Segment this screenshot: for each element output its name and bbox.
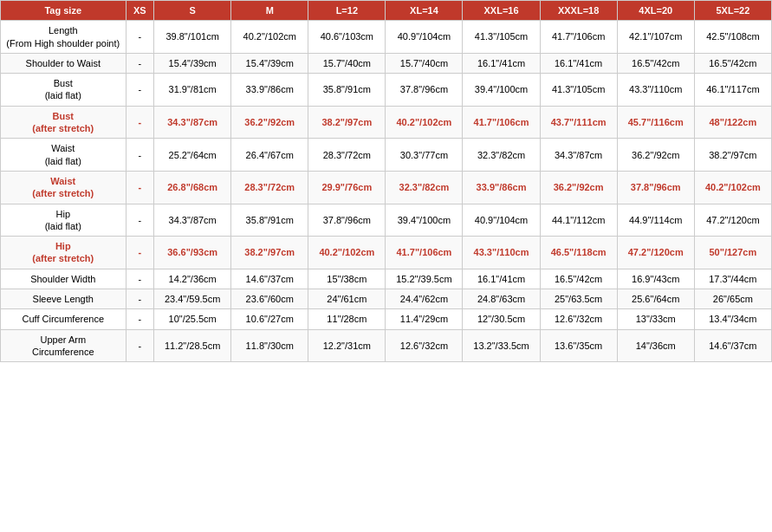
cell-7: 36.2"/92cm [617, 139, 694, 172]
table-row: Upper ArmCircumference-11.2"/28.5cm11.8"… [1, 329, 772, 362]
cell-3: 15.7"/40cm [308, 53, 386, 73]
cell-5: 13.2"/33.5cm [463, 329, 540, 362]
cell-7: 40.2"/102cm [694, 171, 771, 204]
cell-3: 28.3"/72cm [308, 139, 386, 172]
cell-2: 23.6"/60cm [231, 289, 308, 309]
cell-2: 26.4"/67cm [231, 139, 308, 172]
cell-2: 15.4"/39cm [231, 53, 308, 73]
cell-5: 40.9"/104cm [463, 204, 540, 237]
cell-7: 25.6"/64cm [617, 289, 694, 309]
cell-4: 37.8"/96cm [386, 74, 463, 107]
cell-2: 40.2"/102cm [308, 237, 386, 269]
row-label: Hip(after stretch) [1, 237, 127, 269]
cell-0: 36.6"/93cm [154, 237, 231, 269]
cell-3: 11"/28cm [308, 309, 386, 329]
cell-5: 16.1"/41cm [463, 53, 540, 73]
cell-xs: - [126, 237, 154, 269]
cell-6: 37.8"/96cm [617, 171, 694, 204]
cell-7: 42.1"/107cm [617, 21, 694, 54]
cell-7: 50"/127cm [694, 237, 771, 269]
cell-6: 34.3"/87cm [540, 139, 617, 172]
column-header-5: XL=14 [386, 1, 463, 21]
cell-3: 35.8"/91cm [308, 74, 386, 107]
cell-1: 38.2"/97cm [231, 237, 308, 269]
cell-3: 32.3"/82cm [386, 171, 463, 204]
cell-1: 34.3"/87cm [154, 204, 231, 237]
cell-6: 41.7"/106cm [540, 21, 617, 54]
cell-3: 40.6"/103cm [308, 21, 386, 54]
cell-5: 16.1"/41cm [463, 269, 540, 289]
cell-7: 43.3"/110cm [617, 74, 694, 107]
cell-2: 40.2"/102cm [231, 21, 308, 54]
table-row: Sleeve Length-23.4"/59.5cm23.6"/60cm24"/… [1, 289, 772, 309]
cell-5: 32.3"/82cm [463, 139, 540, 172]
cell-xs: - [126, 171, 154, 204]
cell-8: 26"/65cm [694, 289, 771, 309]
column-header-0: Tag size [1, 1, 127, 21]
cell-6: 41.3"/105cm [540, 74, 617, 107]
column-header-1: XS [126, 1, 154, 21]
row-label: Upper ArmCircumference [1, 329, 127, 362]
cell-8: 13.4"/34cm [694, 309, 771, 329]
cell-6: 45.7"/116cm [617, 106, 694, 139]
row-label: Hip(laid flat) [1, 204, 127, 237]
cell-1: 14.2"/36cm [154, 269, 231, 289]
cell-4: 12.6"/32cm [386, 329, 463, 362]
cell-3: 37.8"/96cm [308, 204, 386, 237]
cell-0: - [126, 269, 154, 289]
size-chart: Tag sizeXSSML=12XL=14XXL=16XXXL=184XL=20… [0, 0, 772, 362]
row-label: Shoulder Width [1, 269, 127, 289]
column-header-3: M [231, 1, 308, 21]
cell-6: 16.1"/41cm [540, 53, 617, 73]
row-label: Cuff Circumference [1, 309, 127, 329]
table-row: Shoulder to Waist-15.4"/39cm15.4"/39cm15… [1, 53, 772, 73]
table-row: Waist(after stretch)-26.8"/68cm28.3"/72c… [1, 171, 772, 204]
row-label: Waist(laid flat) [1, 139, 127, 172]
cell-8: 47.2"/120cm [694, 204, 771, 237]
column-header-6: XXL=16 [463, 1, 540, 21]
cell-7: 14"/36cm [617, 329, 694, 362]
cell-5: 46.5"/118cm [540, 237, 617, 269]
cell-3: 24"/61cm [308, 289, 386, 309]
cell-1: 39.8"/101cm [154, 21, 231, 54]
cell-1: 10"/25.5cm [154, 309, 231, 329]
cell-3: 40.2"/102cm [386, 106, 463, 139]
cell-6: 13.6"/35cm [540, 329, 617, 362]
table-row: Shoulder Width-14.2"/36cm14.6"/37cm15"/3… [1, 269, 772, 289]
cell-5: 24.8"/63cm [463, 289, 540, 309]
cell-2: 38.2"/97cm [308, 106, 386, 139]
cell-5: 36.2"/92cm [540, 171, 617, 204]
cell-1: 28.3"/72cm [231, 171, 308, 204]
cell-1: 25.2"/64cm [154, 139, 231, 172]
table-row: Bust(after stretch)-34.3"/87cm36.2"/92cm… [1, 106, 772, 139]
column-header-7: XXXL=18 [540, 1, 617, 21]
cell-3: 12.2"/31cm [308, 329, 386, 362]
cell-1: 15.4"/39cm [154, 53, 231, 73]
cell-6: 44.1"/112cm [540, 204, 617, 237]
row-label: Waist(after stretch) [1, 171, 127, 204]
cell-1: 31.9"/81cm [154, 74, 231, 107]
cell-4: 24.4"/62cm [386, 289, 463, 309]
cell-5: 39.4"/100cm [463, 74, 540, 107]
cell-1: 36.2"/92cm [231, 106, 308, 139]
cell-7: 13"/33cm [617, 309, 694, 329]
cell-8: 16.5"/42cm [694, 53, 771, 73]
cell-6: 47.2"/120cm [617, 237, 694, 269]
cell-7: 48"/122cm [694, 106, 771, 139]
cell-8: 14.6"/37cm [694, 329, 771, 362]
cell-2: 14.6"/37cm [231, 269, 308, 289]
cell-8: 38.2"/97cm [694, 139, 771, 172]
cell-1: 11.2"/28.5cm [154, 329, 231, 362]
cell-0: 34.3"/87cm [154, 106, 231, 139]
cell-0: - [126, 53, 154, 73]
cell-8: 17.3"/44cm [694, 269, 771, 289]
column-header-9: 5XL=22 [694, 1, 771, 21]
cell-8: 46.1"/117cm [694, 74, 771, 107]
column-header-8: 4XL=20 [617, 1, 694, 21]
cell-0: - [126, 309, 154, 329]
cell-5: 12"/30.5cm [463, 309, 540, 329]
column-header-4: L=12 [308, 1, 386, 21]
cell-8: 42.5"/108cm [694, 21, 771, 54]
cell-0: - [126, 74, 154, 107]
cell-0: - [126, 289, 154, 309]
